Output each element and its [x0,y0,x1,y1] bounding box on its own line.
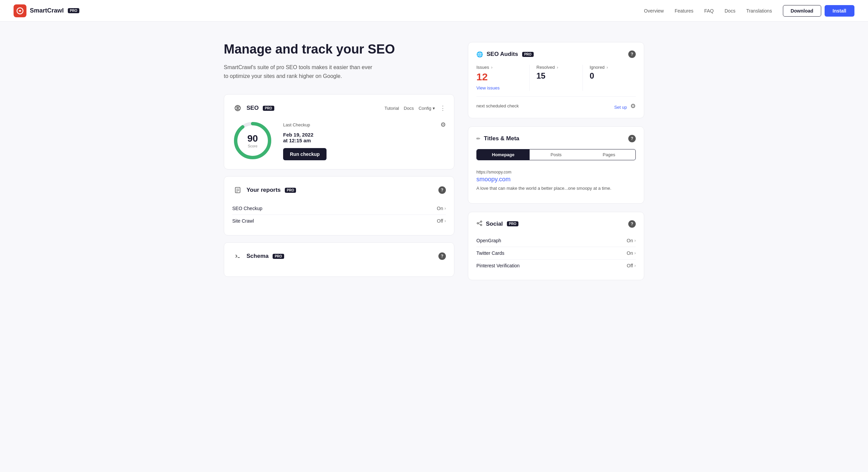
setup-link[interactable]: Set up [614,105,627,110]
social-label-pinterest: Pinterest Verification [476,263,520,268]
social-status-pinterest[interactable]: Off › [627,263,636,268]
docs-link[interactable]: Docs [404,106,414,111]
tab-homepage[interactable]: Homepage [477,149,530,160]
chevron-right-icon: › [445,206,446,211]
svg-point-11 [477,223,478,224]
meta-description: A love that can make the world a better … [476,185,636,192]
social-help-button[interactable]: ? [628,220,636,228]
chevron-down-icon: ▾ [433,106,435,111]
reports-pro-badge: PRO [285,188,296,193]
social-row-pinterest: Pinterest Verification Off › [476,260,636,272]
seo-audits-header: 🌐 SEO Audits PRO ? [476,50,636,58]
seo-info: Last Checkup ⚙ Feb 19, 2022 at 12:15 am … [283,121,446,160]
resolved-value: 15 [536,71,583,81]
seo-body: 90 Score Last Checkup ⚙ Feb 19, 2022 at … [232,120,446,161]
seo-pro-badge: PRO [263,106,274,111]
report-label-seo-checkup: SEO Checkup [232,206,262,211]
titles-meta-help-button[interactable]: ? [628,135,636,142]
reports-card-title: Your reports [246,187,281,193]
share-icon [476,220,482,228]
hero-description: SmartCrawl's suite of pro SEO tools make… [224,63,373,81]
titles-meta-card: ✏ Titles & Meta ? Homepage Posts Pages h… [468,126,644,204]
audit-resolved: Resolved › 15 [529,65,583,91]
score-circle: 90 Score [232,120,273,161]
hero-title: Manage and track your SEO [224,42,454,57]
audit-issues: Issues › 12 View issues [476,65,529,91]
svg-point-12 [480,224,482,226]
report-label-site-crawl: Site Crawl [232,218,254,224]
reports-card: Your reports PRO ? SEO Checkup On › Site… [224,176,454,235]
schema-card-title: Schema [246,253,269,260]
svg-line-13 [478,222,480,223]
report-status-seo-checkup[interactable]: On › [437,206,446,211]
seo-audits-card: 🌐 SEO Audits PRO ? Issues › 12 View issu… [468,42,644,118]
more-options-icon[interactable]: ⋮ [440,104,446,112]
social-status-opengraph[interactable]: On › [627,238,636,243]
social-pro-badge: PRO [507,221,518,226]
last-checkup-row: Last Checkup ⚙ [283,121,446,128]
report-row-seo-checkup: SEO Checkup On › [232,202,446,215]
meta-url: https://smoopy.com [476,170,636,175]
reports-card-header: Your reports PRO ? [232,185,446,196]
audit-ignored: Ignored › 0 [583,65,636,91]
social-list: OpenGraph On › Twitter Cards On › Pinter… [476,234,636,272]
social-row-opengraph: OpenGraph On › [476,234,636,247]
ignored-label[interactable]: Ignored › [590,65,636,70]
social-status-twitter[interactable]: On › [627,250,636,256]
seo-card-header: SEO PRO Tutorial Docs Config ▾ ⋮ [232,103,446,114]
seo-audits-pro-badge: PRO [522,52,534,57]
nav-translations[interactable]: Translations [746,8,772,14]
titles-meta-header: ✏ Titles & Meta ? [476,135,636,142]
nav-features[interactable]: Features [675,8,693,14]
resolved-label[interactable]: Resolved › [536,65,583,70]
logo: SmartCrawl PRO [14,4,79,17]
config-button[interactable]: Config ▾ [418,106,435,111]
ignored-value: 0 [590,71,636,81]
navbar: SmartCrawl PRO Overview Features FAQ Doc… [0,0,868,22]
issues-label[interactable]: Issues › [476,65,522,70]
chevron-right-icon-2: › [445,219,446,223]
schema-pro-badge: PRO [273,254,284,259]
nav-faq[interactable]: FAQ [704,8,714,14]
tab-bar: Homepage Posts Pages [476,149,636,160]
score-number: 90 [247,133,258,144]
nav-links: Overview Features FAQ Docs Translations [644,8,772,14]
report-status-site-crawl[interactable]: Off › [437,218,446,224]
reports-help-button[interactable]: ? [438,186,446,194]
tutorial-link[interactable]: Tutorial [384,106,399,111]
social-title: Social [486,221,503,227]
social-label-twitter: Twitter Cards [476,250,504,256]
audit-settings-icon[interactable]: ⚙ [630,102,636,110]
svg-point-10 [480,221,482,222]
seo-card: SEO PRO Tutorial Docs Config ▾ ⋮ [224,94,454,169]
social-header: Social PRO ? [476,220,636,228]
issues-value: 12 [476,71,522,83]
last-checkup-label: Last Checkup [283,122,310,127]
seo-card-title: SEO [246,105,259,111]
install-button[interactable]: Install [825,5,854,17]
chevron-right-pinterest: › [634,263,636,268]
social-label-opengraph: OpenGraph [476,238,501,243]
seo-card-actions: Tutorial Docs Config ▾ ⋮ [384,104,446,112]
meta-preview: https://smoopy.com smoopy.com A love tha… [476,166,636,195]
schedule-label: next scheduled check [476,103,519,108]
chevron-right-resolved: › [557,65,558,70]
settings-icon[interactable]: ⚙ [440,121,446,128]
schema-help-button[interactable]: ? [438,252,446,260]
run-checkup-button[interactable]: Run checkup [283,148,327,160]
nav-overview[interactable]: Overview [644,8,664,14]
meta-site-name[interactable]: smoopy.com [476,176,636,183]
view-issues-link[interactable]: View issues [476,85,499,90]
download-button[interactable]: Download [783,5,821,17]
tab-pages[interactable]: Pages [583,149,635,160]
checkup-date: Feb 19, 2022 at 12:15 am [283,132,446,143]
chevron-right-og: › [634,238,636,243]
schema-card-header: Schema PRO ? [232,251,446,262]
tab-posts[interactable]: Posts [530,149,583,160]
chevron-right-ignored: › [607,65,608,70]
nav-docs[interactable]: Docs [725,8,735,14]
seo-audits-help-button[interactable]: ? [628,50,636,58]
audit-stats: Issues › 12 View issues Resolved › 15 Ig… [476,65,636,91]
schema-card: Schema PRO ? [224,242,454,277]
logo-text: SmartCrawl [30,7,64,14]
